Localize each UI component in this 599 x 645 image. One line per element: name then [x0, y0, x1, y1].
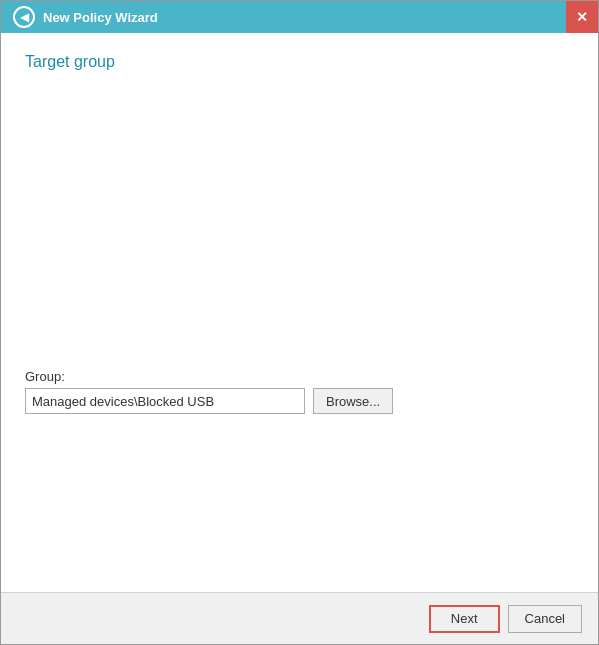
titlebar: ◀ New Policy Wizard ✕ [1, 1, 598, 33]
back-icon: ◀ [20, 10, 29, 24]
content-area: Target group Group: Browse... [1, 33, 598, 592]
back-button[interactable]: ◀ [13, 6, 35, 28]
browse-button[interactable]: Browse... [313, 388, 393, 414]
cancel-button[interactable]: Cancel [508, 605, 582, 633]
window-title: New Policy Wizard [43, 10, 158, 25]
section-title: Target group [25, 53, 574, 71]
wizard-window: ◀ New Policy Wizard ✕ Target group Group… [0, 0, 599, 645]
group-label: Group: [25, 369, 574, 384]
group-input[interactable] [25, 388, 305, 414]
close-icon: ✕ [576, 9, 588, 25]
close-button[interactable]: ✕ [566, 1, 598, 33]
titlebar-left: ◀ New Policy Wizard [13, 6, 158, 28]
form-area: Group: Browse... [25, 249, 574, 414]
footer: Next Cancel [1, 592, 598, 644]
group-form-group: Group: Browse... [25, 369, 574, 414]
group-form-row: Browse... [25, 388, 574, 414]
next-button[interactable]: Next [429, 605, 500, 633]
